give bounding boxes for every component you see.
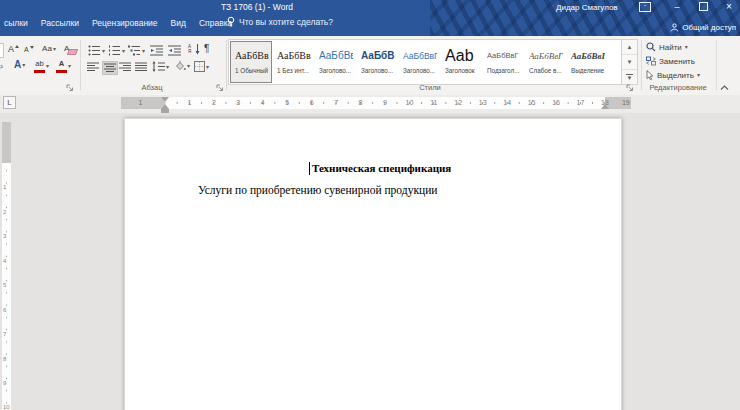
ribbon-tabs: сылкиРассылкиРецензированиеВидСправка — [3, 16, 233, 30]
minimize-button[interactable]: – — [666, 0, 688, 13]
sort-button[interactable]: А Я — [188, 44, 200, 55]
bullets-button[interactable]: ▾ — [88, 45, 105, 56]
chevron-down-icon: ▾ — [166, 64, 169, 70]
maximize-button[interactable] — [692, 0, 714, 13]
replace-button[interactable]: Заменить — [646, 56, 695, 66]
style-item[interactable]: АаБбВвГВыделение — [566, 41, 608, 83]
font-size-combo-edge[interactable] — [0, 43, 4, 58]
close-button[interactable]: × — [718, 0, 740, 13]
align-left-icon — [87, 62, 99, 72]
styles-gallery: АаБбВвГ1 ОбычныйАаБбВвГ1 Без инт...АаБбВ… — [228, 39, 638, 85]
show-marks-button[interactable]: ¶ — [204, 43, 209, 54]
ribbon-tab-4[interactable]: Вид — [170, 16, 187, 30]
style-preview: АаБбВ — [361, 45, 395, 66]
ribbon-tab-1[interactable]: сылки — [3, 16, 29, 30]
tell-me-box[interactable]: Что вы хотите сделать? — [224, 16, 333, 28]
ruler-number: 19 — [621, 99, 630, 106]
tab-stop-selector[interactable]: L — [3, 96, 16, 109]
replace-icon — [646, 56, 656, 66]
multilevel-list-button[interactable]: ▾ — [128, 45, 145, 56]
style-item[interactable]: АаБбВвЗаголово... — [314, 41, 356, 83]
borders-button[interactable]: ▾ — [194, 61, 209, 72]
numbering-button[interactable]: ▾ — [108, 45, 125, 56]
gallery-more-button[interactable]: ▼ — [622, 70, 637, 84]
line-spacing-button[interactable]: ▾ — [152, 61, 169, 72]
share-button[interactable]: Общий доступ — [670, 23, 736, 32]
find-button[interactable]: Найти ▾ — [646, 42, 688, 52]
font-color-button[interactable]: А ▾ — [56, 59, 71, 73]
eraser-icon — [67, 49, 78, 55]
maximize-icon — [699, 2, 708, 11]
style-label: Заголово... — [361, 67, 395, 74]
decrease-indent-button[interactable] — [150, 45, 163, 56]
document-heading[interactable]: Техническая спецификация — [312, 162, 451, 174]
borders-icon — [194, 61, 205, 72]
v-ruler-number: 1 — [3, 184, 6, 190]
superscript-button[interactable]: х² — [0, 62, 3, 72]
collapse-ribbon-button[interactable] — [720, 85, 729, 91]
multilevel-list-icon — [128, 45, 141, 56]
increase-indent-button[interactable] — [168, 45, 181, 56]
style-label: Заголово... — [319, 67, 353, 74]
ribbon-tab-3[interactable]: Рецензирование — [91, 16, 159, 30]
change-case-button[interactable]: Аа▾ — [42, 44, 56, 54]
style-item[interactable]: АаБбВвГ1 Без инт... — [272, 41, 314, 83]
text-effects-button[interactable]: А▾ — [14, 60, 25, 70]
paragraph-group-label: Абзац — [120, 83, 184, 92]
styles-dialog-launcher[interactable] — [626, 84, 634, 92]
style-label: Выделение — [571, 67, 605, 74]
account-user-name[interactable]: Дидар Смагулов — [556, 3, 618, 12]
grow-font-button[interactable]: А — [8, 44, 19, 54]
chevron-down-icon: ▾ — [697, 72, 700, 78]
share-label: Общий доступ — [682, 23, 736, 32]
select-cursor-icon — [646, 70, 654, 80]
grow-arrow-icon — [15, 45, 19, 48]
styles-group-label: Стили — [398, 83, 462, 92]
text-highlight-color-button[interactable]: ab ▾ — [34, 59, 49, 73]
style-preview: АаБбВвГ — [571, 45, 605, 66]
shading-button[interactable]: ▾ — [174, 60, 190, 72]
v-ruler-number: 3 — [3, 233, 6, 239]
shrink-arrow-icon — [30, 46, 34, 49]
style-preview: АаБбВв — [319, 45, 353, 66]
style-item[interactable]: АаБбВвГЗаголово... — [398, 41, 440, 83]
justify-icon — [135, 62, 147, 72]
v-ruler[interactable]: 12345678910 — [2, 122, 11, 410]
paragraph-dialog-launcher[interactable] — [216, 84, 224, 92]
justify-button[interactable] — [134, 61, 148, 73]
document-body-line[interactable]: Услуги по приобретению сувенирной продук… — [198, 184, 437, 196]
search-icon — [646, 42, 656, 52]
shrink-font-button[interactable]: А — [24, 45, 34, 55]
tell-me-label: Что вы хотите сделать? — [239, 17, 333, 27]
chevron-down-icon: ▾ — [685, 44, 688, 50]
ruler-number: 13 — [478, 99, 487, 106]
gallery-scroll-up-button[interactable]: ▲ — [622, 40, 637, 55]
font-dialog-launcher[interactable] — [66, 84, 74, 92]
ruler-number: 3 — [234, 99, 243, 106]
first-line-indent-marker[interactable] — [161, 97, 169, 102]
align-left-button[interactable] — [86, 61, 100, 73]
style-item[interactable]: АаБбВвГПодзагол... — [482, 41, 524, 83]
style-item[interactable]: АаБбВЗаголово... — [356, 41, 398, 83]
document-page[interactable]: Техническая спецификация Услуги по приоб… — [124, 118, 622, 410]
chevron-down-icon: ▾ — [206, 64, 209, 70]
align-center-icon — [104, 63, 116, 73]
style-item[interactable]: АаБбВвГ1 Обычный — [230, 41, 272, 83]
document-area[interactable]: 12345678910 Техническая спецификация Усл… — [0, 113, 740, 410]
h-ruler[interactable]: 123456789101112131415161718119 — [121, 97, 631, 109]
dialog-launcher-icon — [216, 84, 224, 92]
align-center-button[interactable] — [102, 61, 118, 75]
increase-indent-icon — [168, 45, 181, 56]
numbering-icon — [108, 45, 121, 56]
select-button[interactable]: Выделить ▾ — [646, 70, 700, 80]
clear-formatting-button[interactable]: А — [64, 43, 77, 55]
ruler-number: 12 — [454, 99, 463, 106]
ribbon-display-options-button[interactable]: ˆ — [634, 0, 656, 13]
gallery-scroll-down-button[interactable]: ▼ — [622, 55, 637, 70]
style-item[interactable]: АаБбВвГСлабое в... — [524, 41, 566, 83]
chevron-down-icon: ▾ — [102, 48, 105, 54]
align-right-button[interactable] — [118, 61, 132, 73]
ribbon-tab-2[interactable]: Рассылки — [40, 16, 80, 30]
style-item[interactable]: АаbЗаголовок — [440, 41, 482, 83]
title-bar: ТЗ 1706 (1) - Word Дидар Смагулов ˆ – × … — [0, 0, 740, 36]
